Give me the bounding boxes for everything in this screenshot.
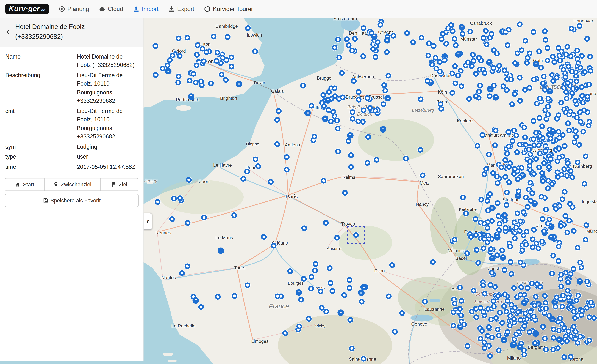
map-marker[interactable]	[504, 151, 510, 157]
map-marker[interactable]	[558, 316, 563, 321]
map-marker[interactable]	[496, 228, 502, 233]
map-marker[interactable]: ≡	[322, 115, 328, 122]
map-marker[interactable]	[518, 317, 523, 323]
map-marker[interactable]	[588, 300, 594, 305]
map-marker[interactable]	[580, 129, 586, 135]
map-marker[interactable]	[474, 247, 480, 253]
map-marker[interactable]	[252, 49, 258, 54]
map-marker[interactable]	[455, 73, 461, 78]
map-marker[interactable]	[543, 207, 549, 212]
map-marker[interactable]	[532, 303, 538, 309]
map-marker[interactable]	[573, 128, 579, 134]
map-marker[interactable]	[380, 102, 386, 107]
map-marker[interactable]	[340, 94, 346, 100]
map-marker[interactable]	[449, 90, 455, 96]
map-marker[interactable]	[490, 298, 496, 304]
map-marker[interactable]: ≡	[296, 289, 302, 296]
map-marker[interactable]	[513, 224, 519, 230]
map-marker[interactable]	[488, 246, 494, 252]
map-marker[interactable]	[425, 53, 431, 58]
map-marker[interactable]	[540, 239, 545, 244]
map-marker[interactable]	[512, 236, 518, 242]
map-marker[interactable]	[565, 44, 570, 50]
map-marker[interactable]	[185, 263, 190, 269]
map-marker[interactable]	[429, 62, 435, 68]
map-marker[interactable]: ≡	[511, 341, 517, 348]
map-marker[interactable]	[584, 222, 589, 228]
map-marker[interactable]	[482, 171, 487, 177]
map-marker[interactable]: ≡	[385, 95, 391, 102]
map-marker[interactable]	[480, 132, 486, 138]
map-marker[interactable]	[451, 309, 456, 315]
map-marker[interactable]	[369, 30, 374, 36]
map-marker[interactable]	[531, 314, 537, 319]
map-marker[interactable]	[480, 282, 486, 288]
map-marker[interactable]	[558, 100, 564, 106]
map-marker[interactable]	[361, 356, 367, 362]
map-marker[interactable]	[492, 142, 498, 148]
map-marker[interactable]	[374, 157, 379, 163]
map-marker[interactable]	[512, 166, 518, 172]
map-marker[interactable]	[288, 268, 293, 274]
map-marker[interactable]	[518, 260, 523, 265]
map-marker[interactable]	[330, 288, 335, 294]
map-marker[interactable]	[569, 90, 575, 96]
map-marker[interactable]	[563, 52, 569, 57]
map-marker[interactable]	[350, 116, 356, 121]
map-marker[interactable]	[386, 293, 392, 299]
map-marker[interactable]	[453, 43, 459, 48]
map-marker[interactable]	[505, 329, 511, 335]
map-marker[interactable]	[403, 156, 409, 161]
map-marker[interactable]	[542, 293, 548, 299]
map-marker[interactable]	[187, 77, 193, 83]
map-marker[interactable]	[579, 84, 585, 90]
map-marker[interactable]	[556, 129, 561, 135]
map-marker[interactable]	[524, 229, 529, 235]
map-marker[interactable]	[232, 293, 237, 299]
map-marker[interactable]	[542, 28, 548, 34]
map-marker[interactable]	[510, 138, 515, 144]
map-marker[interactable]	[505, 43, 511, 48]
map-marker[interactable]	[562, 189, 567, 195]
map-marker[interactable]	[487, 282, 493, 288]
map-marker[interactable]: ≡	[358, 290, 365, 296]
map-marker[interactable]	[573, 78, 579, 84]
map-marker[interactable]	[543, 306, 549, 311]
map-marker[interactable]	[517, 142, 523, 147]
map-marker[interactable]	[547, 217, 552, 222]
map-marker[interactable]	[452, 63, 458, 69]
map-marker[interactable]	[479, 197, 484, 203]
map-marker[interactable]	[420, 172, 425, 178]
map-marker[interactable]	[326, 89, 332, 95]
back-button[interactable]: ‹	[4, 26, 12, 38]
map-marker[interactable]	[460, 195, 466, 201]
map-marker[interactable]	[470, 52, 476, 58]
map-marker[interactable]	[584, 305, 590, 311]
map-marker[interactable]	[522, 135, 528, 140]
map-marker[interactable]: ≡	[521, 300, 528, 306]
map-marker[interactable]	[440, 31, 446, 37]
map-marker[interactable]: ≡	[517, 344, 524, 350]
map-marker[interactable]	[348, 152, 354, 158]
map-marker[interactable]	[504, 190, 510, 196]
map-marker[interactable]	[521, 125, 527, 130]
map-marker[interactable]	[348, 164, 354, 170]
map-marker[interactable]	[503, 309, 509, 314]
nav-item-export[interactable]: Export	[168, 6, 194, 13]
map-marker[interactable]	[530, 29, 536, 35]
map-marker[interactable]	[349, 346, 355, 351]
map-marker[interactable]	[512, 305, 518, 311]
map-marker[interactable]	[491, 47, 497, 53]
map-marker[interactable]	[478, 305, 484, 311]
map-marker[interactable]	[515, 210, 520, 216]
map-marker[interactable]	[335, 149, 341, 154]
map-marker[interactable]	[465, 343, 471, 349]
map-marker[interactable]	[283, 330, 288, 336]
map-marker[interactable]	[502, 68, 507, 73]
map-marker[interactable]	[558, 58, 563, 63]
map-marker[interactable]: ≡	[549, 316, 556, 322]
map-marker[interactable]	[482, 291, 488, 296]
map-marker[interactable]	[349, 48, 355, 53]
map-marker[interactable]	[491, 304, 497, 310]
map-marker[interactable]	[584, 36, 590, 42]
